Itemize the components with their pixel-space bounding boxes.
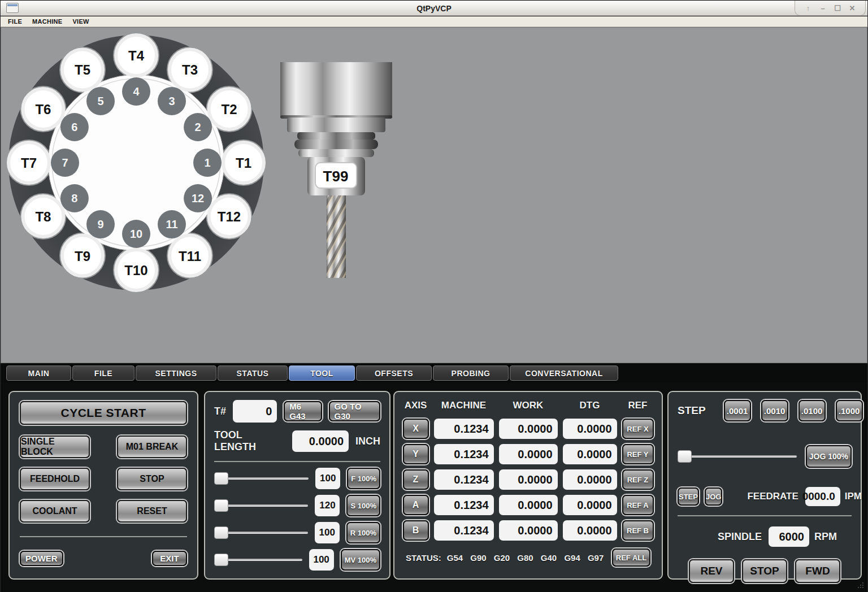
minimize-icon[interactable]: – — [815, 2, 830, 14]
tab-main[interactable]: MAIN — [6, 365, 71, 381]
axis-z-button[interactable]: Z — [403, 469, 429, 490]
close-icon[interactable]: ✕ — [845, 2, 860, 14]
step-size-1000-button[interactable]: .1000 — [836, 400, 863, 421]
spindle-label: SPINDLE — [718, 531, 762, 543]
step-size-0100-button[interactable]: .0100 — [798, 400, 826, 421]
work-dro-x: 0.0000 — [499, 419, 558, 439]
feedhold-button[interactable]: FEEDHOLD — [20, 468, 90, 490]
spindle-stop-button[interactable]: STOP — [742, 559, 787, 583]
m6-g43-button[interactable]: M6 G43 — [284, 401, 322, 421]
svg-text:3: 3 — [168, 95, 175, 107]
svg-text:9: 9 — [97, 218, 103, 230]
tool-length-input[interactable]: 0.0000 — [292, 430, 349, 452]
spindle-override-button[interactable]: S 100% — [346, 495, 380, 516]
axis-b-button[interactable]: B — [403, 520, 429, 541]
svg-text:T8: T8 — [35, 209, 51, 224]
carousel-slot-10: 10 — [122, 220, 150, 248]
go-to-g30-button[interactable]: GO TO G30 — [329, 401, 380, 421]
carousel-slot-2: 2 — [184, 113, 212, 141]
tab-probing[interactable]: PROBING — [433, 365, 509, 381]
slider-thumb[interactable] — [214, 472, 228, 485]
svg-text:T3: T3 — [182, 62, 198, 77]
slider-thumb[interactable] — [678, 450, 692, 463]
machine-dro-a: 0.1234 — [434, 495, 494, 515]
machine-dro-x: 0.1234 — [434, 419, 494, 439]
slider-thumb[interactable] — [214, 499, 228, 512]
spindle-override-value: 120 — [315, 495, 340, 516]
jog-mode-button[interactable]: JOG — [705, 487, 722, 506]
machine-display-area: T1T2T3T4T5T6T7T8T9T10T11T121234567891011… — [1, 27, 867, 363]
axis-a-button[interactable]: A — [403, 495, 429, 515]
tab-file[interactable]: FILE — [72, 365, 134, 381]
ref-z-button[interactable]: REF Z — [622, 469, 654, 490]
tab-status[interactable]: STATUS — [218, 365, 288, 381]
gcode-status: G54 G90 G20 G80 G40 G94 G97 — [447, 553, 604, 563]
carousel-slot-11: 11 — [158, 210, 186, 238]
step-mode-button[interactable]: STEP — [678, 487, 699, 506]
dtg-dro-y: 0.0000 — [563, 444, 617, 464]
spindle-rev-button[interactable]: REV — [689, 559, 734, 583]
menu-machine[interactable]: MACHINE — [27, 18, 67, 25]
carousel-slot-4: 4 — [122, 77, 150, 106]
tool-length-unit: INCH — [355, 436, 380, 447]
slider-thumb[interactable] — [214, 554, 228, 566]
jog-speed-slider[interactable] — [678, 450, 797, 463]
tab-tool[interactable]: TOOL — [289, 365, 355, 381]
work-dro-z: 0.0000 — [499, 469, 558, 490]
cycle-start-button[interactable]: CYCLE START — [20, 401, 187, 425]
reset-button[interactable]: RESET — [117, 500, 187, 523]
single-block-button[interactable]: SINGLE BLOCK — [20, 436, 90, 458]
app-window: QtPyVCP ↑ – ☐ ✕ FILEMACHINEVIEW T1T2T3T4… — [0, 0, 868, 592]
ref-y-button[interactable]: REF Y — [622, 444, 654, 464]
power-button[interactable]: POWER — [20, 551, 63, 566]
svg-text:T9: T9 — [75, 249, 90, 264]
menu-view[interactable]: VIEW — [67, 18, 94, 25]
carousel-pocket-t6: T6 — [23, 89, 63, 129]
resize-grip[interactable] — [858, 582, 865, 589]
control-area: CYCLE START SINGLE BLOCKM01 BREAKFEEDHOL… — [1, 383, 867, 592]
rapid-override-slider[interactable] — [214, 526, 308, 539]
tab-conversational[interactable]: CONVERSATIONAL — [510, 365, 618, 381]
svg-text:4: 4 — [133, 85, 140, 98]
svg-text:8: 8 — [71, 192, 77, 204]
tool-number-input[interactable]: 0 — [233, 400, 277, 423]
menu-file[interactable]: FILE — [3, 18, 27, 25]
m01-break-button[interactable]: M01 BREAK — [117, 436, 187, 458]
exit-button[interactable]: EXIT — [152, 551, 187, 566]
slider-thumb[interactable] — [214, 526, 228, 539]
carousel-slot-5: 5 — [86, 87, 115, 115]
spindle-rpm-input[interactable]: 6000 — [769, 526, 809, 547]
svg-text:6: 6 — [71, 121, 77, 133]
max-velocity-slider[interactable] — [214, 554, 302, 566]
tab-settings[interactable]: SETTINGS — [136, 365, 216, 381]
stop-button[interactable]: STOP — [117, 468, 187, 490]
ref-b-button[interactable]: REF B — [622, 520, 654, 541]
feed-override-button[interactable]: F 100% — [347, 468, 380, 489]
menubar: FILEMACHINEVIEW — [1, 16, 867, 27]
ref-x-button[interactable]: REF X — [622, 419, 654, 439]
feedrate-input[interactable]: 0000.0 — [805, 487, 840, 506]
maximize-icon[interactable]: ☐ — [830, 2, 845, 14]
rapid-override-button[interactable]: R 100% — [346, 522, 380, 543]
max-velocity-button[interactable]: MV 100% — [341, 549, 380, 571]
shade-icon[interactable]: ↑ — [801, 2, 815, 14]
dro-panel: AXISMACHINEWORKDTGREFX0.12340.00000.0000… — [393, 391, 663, 580]
jog-percent-button[interactable]: JOG 100% — [806, 445, 852, 468]
svg-text:2: 2 — [195, 121, 201, 133]
axis-y-button[interactable]: Y — [403, 444, 429, 464]
step-size-0001-button[interactable]: .0001 — [724, 400, 751, 421]
svg-text:T11: T11 — [179, 249, 201, 264]
tab-offsets[interactable]: OFFSETS — [356, 365, 432, 381]
svg-text:11: 11 — [166, 218, 177, 230]
axis-x-button[interactable]: X — [403, 419, 429, 439]
spindle-override-slider[interactable] — [214, 499, 308, 512]
feed-override-slider[interactable] — [214, 472, 309, 485]
spindle-fwd-button[interactable]: FWD — [795, 559, 840, 583]
ref-all-button[interactable]: REF ALL — [612, 549, 650, 567]
carousel-slot-7: 7 — [51, 149, 79, 177]
step-size-0010-button[interactable]: .0010 — [761, 400, 788, 421]
coolant-button[interactable]: COOLANT — [20, 500, 90, 523]
dtg-dro-x: 0.0000 — [563, 419, 617, 439]
carousel-slot-8: 8 — [60, 184, 89, 212]
ref-a-button[interactable]: REF A — [622, 495, 654, 515]
